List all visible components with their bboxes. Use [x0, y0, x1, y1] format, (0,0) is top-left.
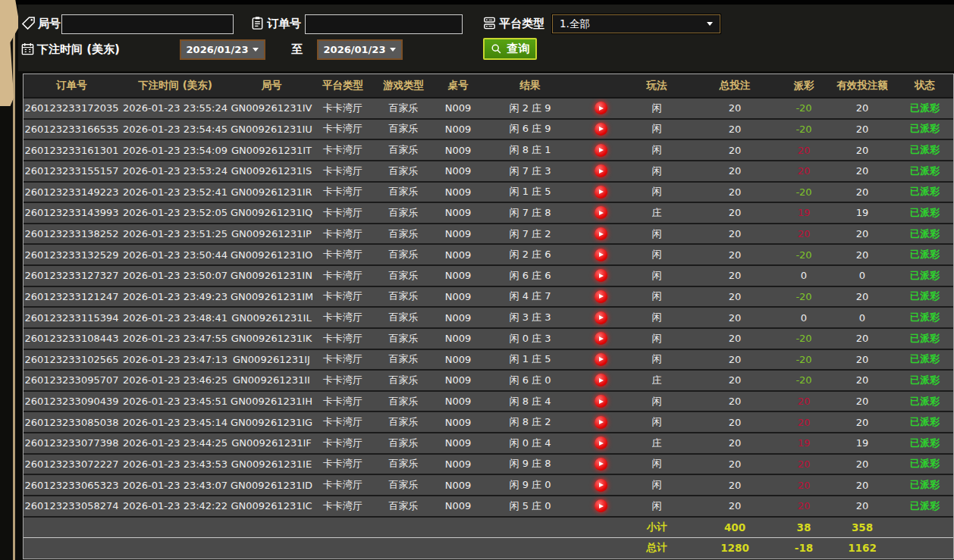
grand_total-time — [120, 537, 231, 558]
cell-valid_bet: 20 — [828, 349, 896, 371]
date-from-picker[interactable]: 2026/01/23 — [180, 39, 265, 60]
cell-round: GN009261231IO — [231, 244, 312, 265]
play-triangle-icon — [599, 252, 604, 257]
cell-play: 闲 — [623, 224, 690, 245]
cell-payout: -20 — [780, 182, 828, 203]
play-triangle-icon — [599, 420, 604, 424]
cell-round: GN009261231IQ — [231, 202, 312, 224]
cell-round: GN009261231IN — [231, 265, 312, 286]
replay-play-icon[interactable] — [595, 416, 607, 429]
replay-play-icon[interactable] — [595, 499, 607, 512]
cell-time: 2026-01-23 23:50:44 — [120, 244, 231, 265]
replay-play-icon[interactable] — [595, 374, 607, 386]
play-triangle-icon — [599, 399, 604, 404]
table-header-row: 订单号下注时间 (美东)局号平台类型游戏类型桌号结果玩法总投注派彩有效投注额状态 — [24, 74, 953, 98]
replay-play-icon[interactable] — [595, 186, 607, 199]
cell-result_icon — [578, 98, 623, 119]
replay-play-icon[interactable] — [595, 436, 607, 449]
cell-result_icon — [578, 307, 623, 328]
cell-time: 2026-01-23 23:47:13 — [120, 349, 231, 371]
cell-order: 260123233155157 — [24, 161, 120, 182]
date-to-picker[interactable]: 2026/01/23 — [317, 39, 403, 60]
cell-table_no: N009 — [434, 307, 482, 328]
replay-play-icon[interactable] — [595, 206, 607, 219]
subtotal-valid_bet: 358 — [828, 517, 896, 538]
cell-status: 已派彩 — [896, 265, 953, 286]
grand_total-result — [482, 537, 578, 558]
cell-result_icon — [578, 370, 623, 391]
replay-play-icon[interactable] — [595, 164, 607, 177]
cell-game: 百家乐 — [373, 244, 434, 265]
bet-record-row: 2601232330904392026-01-23 23:45:51GN0092… — [24, 391, 953, 412]
replay-play-icon[interactable] — [595, 249, 607, 261]
cell-round: GN009261231IR — [231, 182, 312, 203]
play-triangle-icon — [599, 274, 604, 278]
cell-result: 闲 7 庄 3 — [482, 161, 578, 182]
cell-total_bet: 20 — [690, 496, 780, 517]
order-number-input[interactable] — [305, 14, 463, 34]
play-triangle-icon — [599, 106, 604, 111]
play-triangle-icon — [599, 148, 604, 152]
play-triangle-icon — [599, 211, 604, 215]
cell-table_no: N009 — [434, 370, 482, 391]
cell-total_bet: 20 — [690, 265, 780, 286]
replay-play-icon[interactable] — [595, 395, 607, 408]
cell-game: 百家乐 — [373, 349, 434, 371]
platform-type-select[interactable]: 1.全部 — [552, 14, 720, 33]
cell-status: 已派彩 — [896, 454, 953, 475]
replay-play-icon[interactable] — [595, 269, 607, 282]
grand_total-total_bet: 1280 — [690, 537, 780, 558]
cell-total_bet: 20 — [690, 411, 780, 433]
cell-play: 闲 — [623, 286, 690, 308]
cell-payout: 20 — [780, 161, 828, 182]
replay-play-icon[interactable] — [595, 123, 607, 136]
replay-play-icon[interactable] — [595, 458, 607, 471]
cell-platform: 卡卡湾厅 — [312, 433, 373, 454]
bet-record-row: 2601232331492232026-01-23 23:52:41GN0092… — [24, 182, 953, 203]
cell-play: 闲 — [623, 119, 690, 140]
bet-record-row: 2601232330653232026-01-23 23:43:07GN0092… — [24, 474, 953, 496]
replay-play-icon[interactable] — [595, 479, 607, 492]
cell-result_icon — [578, 454, 623, 475]
replay-play-icon[interactable] — [595, 290, 607, 303]
cell-round: GN009261231ID — [231, 474, 312, 496]
cell-table_no: N009 — [434, 411, 482, 433]
background-frame-edge — [13, 0, 15, 560]
search-button[interactable]: 查询 — [483, 38, 537, 60]
cell-table_no: N009 — [434, 98, 482, 119]
cell-status: 已派彩 — [896, 182, 953, 203]
cell-play: 闲 — [623, 161, 690, 182]
col-header-valid_bet: 有效投注额 — [828, 74, 896, 98]
replay-play-icon[interactable] — [595, 102, 607, 114]
replay-play-icon[interactable] — [595, 353, 607, 366]
replay-play-icon[interactable] — [595, 227, 607, 240]
cell-total_bet: 20 — [690, 349, 780, 371]
cell-round: GN009261231II — [231, 370, 312, 391]
round-number-input[interactable] — [61, 14, 234, 34]
col-header-platform: 平台类型 — [312, 74, 373, 98]
subtotal-row: 小计40038358 — [24, 517, 953, 538]
cell-status: 已派彩 — [896, 370, 953, 391]
chevron-down-icon — [707, 22, 713, 26]
cell-platform: 卡卡湾厅 — [312, 244, 373, 265]
cell-order: 260123233095707 — [24, 370, 120, 391]
cell-round: GN009261231IP — [231, 224, 312, 245]
cell-time: 2026-01-23 23:53:24 — [120, 161, 231, 182]
replay-play-icon[interactable] — [595, 332, 607, 345]
bet-record-row: 2601232331613012026-01-23 23:54:09GN0092… — [24, 139, 953, 161]
cell-result_icon — [578, 496, 623, 517]
cell-order: 260123233058274 — [24, 496, 120, 517]
cell-total_bet: 20 — [690, 474, 780, 496]
replay-play-icon[interactable] — [595, 311, 607, 324]
cell-payout: 20 — [780, 496, 828, 517]
cell-total_bet: 20 — [690, 98, 780, 119]
replay-play-icon[interactable] — [595, 144, 607, 157]
cell-result: 闲 0 庄 4 — [482, 433, 578, 454]
grand_total-round — [231, 537, 312, 558]
cell-game: 百家乐 — [373, 433, 434, 454]
grand_total-status — [896, 537, 953, 558]
cell-payout: -20 — [780, 119, 828, 140]
cell-status: 已派彩 — [896, 224, 953, 245]
cell-platform: 卡卡湾厅 — [312, 286, 373, 308]
cell-valid_bet: 20 — [828, 370, 896, 391]
